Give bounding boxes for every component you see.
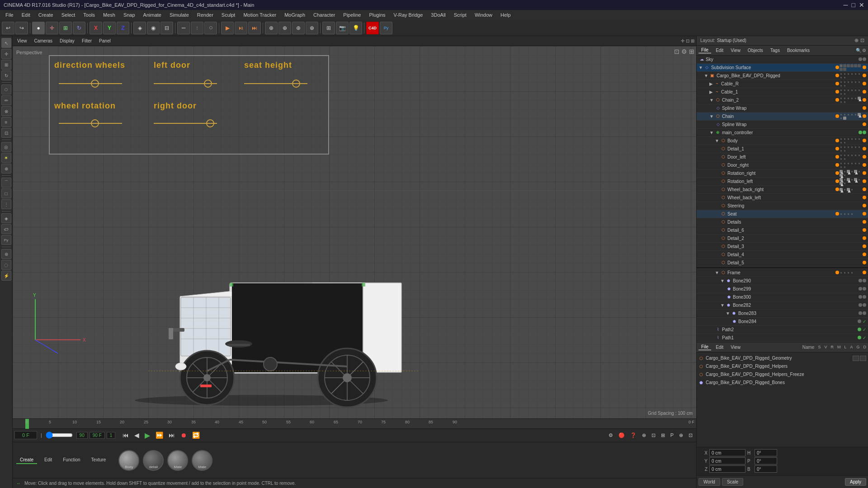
tl-loop[interactable]: 🔁	[190, 431, 202, 440]
obj-expand-cable-r[interactable]: ▶	[709, 81, 713, 86]
tool-python[interactable]: Py	[1, 235, 11, 245]
mat-tab-texture[interactable]: Texture	[88, 456, 110, 464]
ctrl-knob-seatheight[interactable]	[292, 80, 300, 88]
tool-select[interactable]: ↖	[1, 38, 11, 48]
menu-snap[interactable]: Snap	[120, 11, 139, 19]
obj-row-bone284[interactable]: ⬟ Bone284 ✓	[697, 318, 868, 326]
obj-expand-subdiv[interactable]: ▼	[698, 65, 703, 70]
tl-extras8[interactable]: ⊕	[677, 432, 685, 439]
material-body[interactable]: Body	[118, 450, 139, 471]
tool-tag[interactable]: 🏷	[1, 224, 11, 234]
coord-h-input[interactable]	[755, 449, 777, 456]
close-btn[interactable]: ✕	[859, 1, 864, 9]
coord-p-input[interactable]	[755, 457, 777, 465]
tool-spline[interactable]: ⌒	[1, 178, 11, 188]
obj-search-icon[interactable]: 🔍	[856, 48, 861, 53]
obj-tab-edit[interactable]: Edit	[713, 47, 726, 53]
timeline-ruler[interactable]: 0 5 10 15 20 25 30 35 40 45 50 55 60 65 …	[13, 419, 696, 429]
obj-row-chain[interactable]: ▼ ⬡ Chain ✕✕✕✕ ✕▲✕	[697, 113, 868, 121]
y-axis-btn[interactable]: Y	[103, 22, 116, 34]
coord-y-input[interactable]	[709, 457, 745, 465]
menu-edit[interactable]: Edit	[18, 11, 34, 19]
tool-knife[interactable]: ⊗	[1, 106, 11, 116]
obj-tab-file[interactable]: File	[698, 47, 711, 53]
obj-tab-tags[interactable]: Tags	[768, 47, 783, 53]
tl-extras9[interactable]: ⊡	[687, 432, 694, 439]
tool-target[interactable]: ⊕	[1, 164, 11, 174]
obj-row-body[interactable]: ▼ ⬡ Body ✕✕✕✕ ✕✕✕✕	[697, 137, 868, 145]
coord-x-input[interactable]	[709, 449, 745, 456]
viewport[interactable]: Perspective	[13, 46, 696, 418]
ctrl-knob-wheelrot[interactable]	[91, 119, 99, 127]
snap-btn[interactable]: ⊕	[265, 22, 278, 34]
tool-rotate[interactable]: ↻	[1, 70, 11, 80]
render-btn[interactable]: ⏯	[235, 22, 247, 34]
ctrl-knob-leftdoor[interactable]	[204, 80, 212, 88]
tl-play-fwd[interactable]: ▶	[143, 430, 152, 441]
obj-row-detail2[interactable]: ⬡ Detail_2	[697, 235, 868, 243]
grid-btn[interactable]: ⊞	[322, 22, 335, 34]
obj-row-bone282[interactable]: ▼ ⬟ Bone282	[697, 301, 868, 310]
ctrl-knob-direction[interactable]	[91, 80, 99, 88]
window-controls[interactable]: ─ □ ✕	[844, 1, 864, 9]
obj-row-chain-2[interactable]: ▼ ⬡ Chain_2 ✕✕✕✕ ✕▲✕✕	[697, 96, 868, 104]
layout-btn1[interactable]: ⊕	[854, 38, 859, 43]
obj-row-detail3[interactable]: ⬡ Detail_3	[697, 243, 868, 251]
object-mode-btn[interactable]: ◉	[147, 22, 160, 34]
vp-panel-btn[interactable]: Panel	[96, 38, 113, 44]
obj-expand-chain-2[interactable]: ▼	[709, 98, 714, 103]
obj-row-rot-left[interactable]: ⬡ Rotation_left ▲✕▲✕ ▲✕▲✕	[697, 178, 868, 186]
x-axis-btn[interactable]: X	[90, 22, 102, 34]
menu-select[interactable]: Select	[58, 11, 79, 19]
menu-script[interactable]: Script	[450, 11, 470, 19]
menu-tools[interactable]: Tools	[80, 11, 99, 19]
snap2-btn[interactable]: ⊕	[278, 22, 291, 34]
render-to-po-btn[interactable]: ⏭	[248, 22, 261, 34]
menu-pipeline[interactable]: Pipeline	[340, 11, 364, 19]
obj-row-frame[interactable]: ▼ ⬡ Frame ✕✕✕✕	[697, 269, 868, 277]
tool-extrude[interactable]: ⊡	[1, 128, 11, 138]
obj-filter-icon[interactable]: ⚙	[862, 48, 866, 53]
mat-tab-edit[interactable]: Edit	[41, 456, 56, 464]
tool-pen[interactable]: ✏	[1, 95, 11, 105]
tool-bridge[interactable]: ≡	[1, 117, 11, 127]
render-view-btn[interactable]: ▶	[221, 22, 234, 34]
mat-item-helpers[interactable]: ⬡ Cargo_Bike_EAV_DPD_Rigged_Helpers	[698, 362, 866, 371]
tool-deformer[interactable]: ⋮	[1, 199, 11, 209]
obj-expand-cable-1[interactable]: ▶	[709, 89, 713, 94]
viewport-panel-icon[interactable]: ⊞	[689, 48, 694, 55]
layout-btn2[interactable]: ⊡	[860, 38, 864, 43]
obj-row-spline-wrap-2[interactable]: ◇ Spline Wrap	[697, 121, 868, 129]
poly-btn[interactable]: ⬡	[204, 22, 217, 34]
scale-button[interactable]: Scale	[722, 478, 743, 486]
tool-field[interactable]: ◌	[1, 260, 11, 270]
mat-item-helpers-freeze[interactable]: ⬡ Cargo_Bike_EAV_DPD_Rigged_Helpers_Free…	[698, 371, 866, 379]
obj-expand-bone282[interactable]: ▼	[720, 303, 725, 308]
obj-expand-body[interactable]: ▼	[715, 138, 719, 143]
obj-row-rot-right[interactable]: ⬡ Rotation_right ▲✕▲✕ ▲✕▲✕	[697, 169, 868, 178]
mat-tab-create[interactable]: Create	[16, 456, 37, 464]
tl-extras1[interactable]: ⚙	[607, 432, 615, 439]
obj-row-spline-wrap-1[interactable]: ◇ Spline Wrap	[697, 104, 868, 113]
tool-light[interactable]: ☀	[1, 153, 11, 163]
coord-z-input[interactable]	[709, 465, 745, 473]
obj-expand-bone283[interactable]: ▼	[726, 311, 730, 316]
tool-primitive[interactable]: □	[1, 188, 11, 198]
menu-window[interactable]: Window	[471, 11, 496, 19]
obj-tab-objects[interactable]: Objects	[745, 47, 766, 53]
mat-tab-function[interactable]: Function	[59, 456, 84, 464]
model-mode-btn[interactable]: ◈	[133, 22, 146, 34]
mat-item-geometry[interactable]: ⬡ Cargo_Bike_EAV_DPD_Rigged_Geometry	[698, 354, 866, 362]
obj-row-path1[interactable]: ⌇ Path1 ✓	[697, 334, 868, 342]
maximize-viewport-icon[interactable]: ⊡	[674, 48, 679, 55]
menu-file[interactable]: File	[2, 11, 17, 19]
tl-extras5[interactable]: ⊡	[650, 432, 657, 439]
tl-extras3[interactable]: ❓	[628, 432, 638, 439]
tool-camera[interactable]: ◎	[1, 142, 11, 152]
tl-extras7[interactable]: P	[669, 432, 675, 439]
obj-row-bone290[interactable]: ▼ ⬟ Bone290	[697, 277, 868, 285]
live-selection-btn[interactable]: ●	[32, 22, 45, 34]
mat-item-bones[interactable]: ⬟ Cargo_Bike_EAV_DPD_Rigged_Bones	[698, 379, 866, 387]
menu-mesh[interactable]: Mesh	[99, 11, 119, 19]
obj-row-detail6[interactable]: ⬡ Detail_6	[697, 226, 868, 235]
